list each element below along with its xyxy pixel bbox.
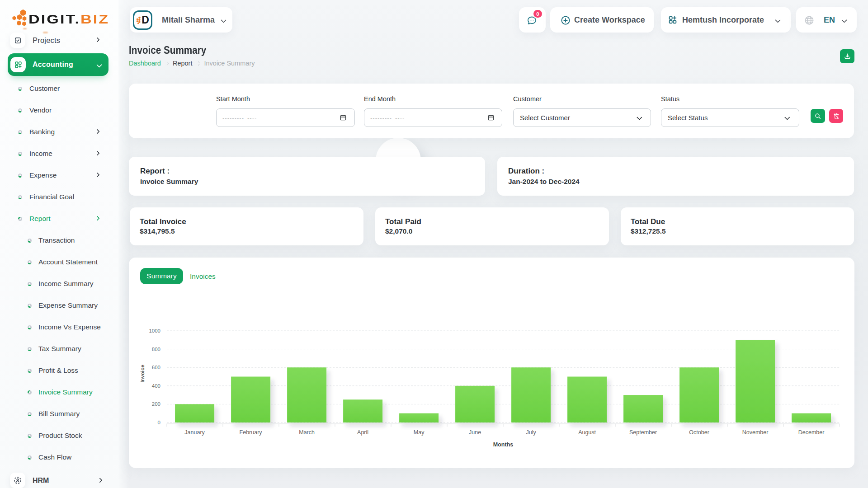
svg-text:January: January: [184, 429, 205, 436]
svg-text:August: August: [578, 429, 596, 436]
svg-text:800: 800: [152, 347, 160, 352]
svg-text:Months: Months: [493, 441, 513, 448]
svg-text:October: October: [689, 429, 709, 436]
svg-text:June: June: [469, 429, 481, 436]
svg-text:600: 600: [152, 365, 160, 370]
svg-text:February: February: [240, 429, 263, 436]
svg-text:400: 400: [152, 383, 160, 389]
svg-text:0: 0: [158, 420, 160, 425]
svg-text:December: December: [798, 429, 825, 436]
svg-text:April: April: [357, 429, 368, 436]
svg-text:200: 200: [152, 401, 160, 407]
svg-text:March: March: [299, 429, 315, 436]
svg-text:Invoice: Invoice: [140, 365, 145, 383]
svg-text:July: July: [526, 429, 536, 436]
svg-text:1000: 1000: [149, 328, 160, 333]
svg-text:May: May: [414, 429, 425, 436]
svg-text:September: September: [629, 429, 657, 436]
svg-text:November: November: [742, 429, 769, 436]
